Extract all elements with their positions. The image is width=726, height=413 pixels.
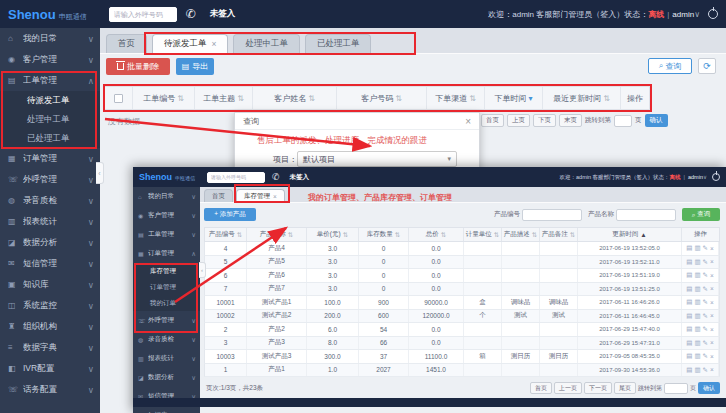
sidebar-item-knowledge-base[interactable]: ▣知识库∨ bbox=[0, 274, 100, 295]
search-button[interactable]: ⌕ 查询 bbox=[648, 58, 692, 74]
project-select[interactable]: 默认项目 ▾ bbox=[297, 151, 457, 167]
phone-icon[interactable]: ✆ bbox=[186, 7, 196, 21]
dial-number-input[interactable] bbox=[109, 7, 177, 22]
detail-icon[interactable]: ▤ bbox=[686, 285, 692, 293]
tab-processing-workorders[interactable]: 处理中工单 bbox=[233, 34, 300, 53]
dial-number-input[interactable] bbox=[207, 172, 265, 183]
stock-icon[interactable]: ▥ bbox=[694, 285, 700, 293]
stock-icon[interactable]: ▥ bbox=[694, 339, 700, 347]
tab-inventory[interactable]: 库存管理× bbox=[236, 189, 285, 202]
sidebar-subitem-pending-workorders[interactable]: 待派发工单 bbox=[0, 91, 100, 110]
sidebar-collapse-handle[interactable]: ‹ bbox=[199, 262, 206, 278]
sidebar-item-order-management[interactable]: ▦订单管理∧ bbox=[133, 244, 200, 263]
sidebar-item-report-statistics[interactable]: ▥报表统计∨ bbox=[0, 211, 100, 232]
stock-icon[interactable]: ▥ bbox=[694, 244, 700, 252]
product-code-input[interactable] bbox=[522, 209, 582, 221]
user-menu[interactable]: admin bbox=[688, 174, 703, 180]
sidebar-item-workorder-management[interactable]: ▤工单管理∧ bbox=[0, 70, 100, 91]
close-icon[interactable]: × bbox=[465, 116, 471, 127]
column-header[interactable]: 客户姓名⇅ bbox=[253, 87, 337, 109]
edit-icon[interactable]: ✎ bbox=[703, 271, 708, 279]
detail-icon[interactable]: ▤ bbox=[686, 298, 692, 306]
edit-icon[interactable]: ✎ bbox=[703, 339, 708, 347]
pager-first-button[interactable]: 首页 bbox=[481, 114, 504, 127]
edit-icon[interactable]: ✎ bbox=[703, 312, 708, 320]
column-header[interactable]: 产品名称⇅ bbox=[247, 228, 307, 241]
pager-first-button[interactable]: 首页 bbox=[530, 382, 552, 394]
stock-icon[interactable]: ▥ bbox=[694, 258, 700, 266]
column-header[interactable]: 操作 bbox=[621, 87, 649, 109]
stock-icon[interactable]: ▥ bbox=[694, 312, 700, 320]
pager-prev-button[interactable]: 上一页 bbox=[554, 382, 582, 394]
table-row[interactable]: 10001测试产品1100.090090000.0盒调味品调味品2017-06-… bbox=[204, 296, 720, 310]
table-row[interactable]: 6产品63.000.02017-06-19 13:51:19.0▤▥✎× bbox=[204, 269, 720, 283]
column-header[interactable]: 工单主题⇅ bbox=[195, 87, 253, 109]
column-header[interactable]: 计量单位⇅ bbox=[464, 228, 502, 241]
detail-icon[interactable]: ▤ bbox=[686, 339, 692, 347]
stock-icon[interactable]: ▥ bbox=[694, 271, 700, 279]
column-header[interactable]: 产品编号⇅ bbox=[205, 228, 247, 241]
table-row[interactable]: 7产品73.000.02017-06-19 13:51:25.0▤▥✎× bbox=[204, 283, 720, 297]
column-header[interactable]: 总价⇅ bbox=[409, 228, 464, 241]
stock-icon[interactable]: ▥ bbox=[694, 352, 700, 360]
delete-icon[interactable]: × bbox=[710, 258, 714, 265]
close-icon[interactable]: × bbox=[273, 193, 277, 200]
user-menu[interactable]: admin bbox=[672, 10, 694, 19]
edit-icon[interactable]: ✎ bbox=[703, 352, 708, 360]
table-row[interactable]: 3产品38.0660.02017-06-29 15:47:31.0▤▥✎× bbox=[204, 337, 720, 351]
export-button[interactable]: ▤ 导出 bbox=[176, 58, 214, 75]
sidebar-item-my-daily[interactable]: ⌂我的日常∨ bbox=[133, 187, 200, 206]
pager-jump-input[interactable] bbox=[664, 383, 688, 394]
table-row[interactable]: 10003测试产品3300.03711100.0箱测日历测日历2017-09-0… bbox=[204, 350, 720, 364]
sidebar-item-report-statistics[interactable]: ▥报表统计∨ bbox=[133, 349, 200, 368]
column-header[interactable]: 产品备注⇅ bbox=[540, 228, 578, 241]
pager-last-button[interactable]: 末页 bbox=[559, 114, 582, 127]
tab-home[interactable]: 首页 bbox=[204, 189, 233, 202]
sidebar-collapse-handle[interactable]: ‹ bbox=[96, 162, 104, 184]
column-header[interactable]: 最近更新时间⇅ bbox=[543, 87, 621, 109]
power-icon[interactable] bbox=[712, 173, 720, 181]
table-row[interactable]: 10002测试产品2200.0600120000.0个测试测试2017-06-1… bbox=[204, 310, 720, 324]
sidebar-item-sms-management[interactable]: ✉短信管理∨ bbox=[0, 253, 100, 274]
column-header[interactable]: 客户号码⇅ bbox=[337, 87, 427, 109]
select-all-checkbox[interactable] bbox=[114, 94, 123, 103]
tab-pending-workorders[interactable]: 待派发工单× bbox=[152, 34, 228, 53]
column-header[interactable]: 下单时间▾ bbox=[485, 87, 543, 109]
delete-icon[interactable]: × bbox=[710, 299, 714, 306]
refresh-button[interactable]: ⟳ bbox=[698, 58, 716, 74]
table-row[interactable]: 4产品43.000.02017-06-19 13:52:05.0▤▥✎× bbox=[204, 242, 720, 256]
delete-icon[interactable]: × bbox=[710, 366, 714, 373]
edit-icon[interactable]: ✎ bbox=[703, 244, 708, 252]
sidebar-item-outbound-management[interactable]: ☏外呼管理∨ bbox=[133, 311, 200, 330]
product-name-input[interactable] bbox=[616, 209, 676, 221]
sidebar-item-customer-management[interactable]: ◉客户管理∨ bbox=[133, 206, 200, 225]
detail-icon[interactable]: ▤ bbox=[686, 352, 692, 360]
pager-next-button[interactable]: 下页 bbox=[533, 114, 556, 127]
sidebar-subitem-processed-workorders[interactable]: 已处理工单 bbox=[0, 129, 100, 148]
sidebar-subitem-order-management-sub[interactable]: 订单管理 bbox=[133, 279, 200, 295]
detail-icon[interactable]: ▤ bbox=[686, 258, 692, 266]
table-row[interactable]: 5产品53.000.02017-06-19 13:52:11.0▤▥✎× bbox=[204, 256, 720, 270]
edit-icon[interactable]: ✎ bbox=[703, 325, 708, 333]
tab-home[interactable]: 首页 bbox=[106, 34, 147, 53]
edit-icon[interactable]: ✎ bbox=[703, 285, 708, 293]
sidebar-item-telephony-config[interactable]: ☏话务配置∨ bbox=[0, 379, 100, 400]
detail-icon[interactable]: ▤ bbox=[686, 325, 692, 333]
phone-icon[interactable]: ✆ bbox=[272, 172, 280, 182]
sidebar-item-recording-qc[interactable]: ◍录音质检∨ bbox=[133, 330, 200, 349]
add-product-button[interactable]: + 添加产品 bbox=[204, 208, 256, 221]
sidebar-subitem-inventory-management[interactable]: 库存管理 bbox=[133, 263, 200, 279]
sidebar-item-workorder-management[interactable]: ▤工单管理∨ bbox=[133, 225, 200, 244]
sidebar-item-data-analysis[interactable]: ◪数据分析∨ bbox=[0, 232, 100, 253]
pager-confirm-button[interactable]: 确认 bbox=[698, 382, 720, 394]
column-header[interactable]: 更新时间▲ bbox=[578, 228, 682, 241]
delete-icon[interactable]: × bbox=[710, 312, 714, 319]
power-icon[interactable] bbox=[708, 9, 718, 19]
pager-confirm-button[interactable]: 确认 bbox=[645, 114, 668, 127]
delete-icon[interactable]: × bbox=[710, 245, 714, 252]
column-header[interactable]: 库存数量⇅ bbox=[359, 228, 409, 241]
close-icon[interactable]: × bbox=[212, 39, 217, 49]
detail-icon[interactable]: ▤ bbox=[686, 271, 692, 279]
sidebar-item-ivr-config[interactable]: ◧IVR配置∨ bbox=[0, 358, 100, 379]
detail-icon[interactable]: ▤ bbox=[686, 312, 692, 320]
